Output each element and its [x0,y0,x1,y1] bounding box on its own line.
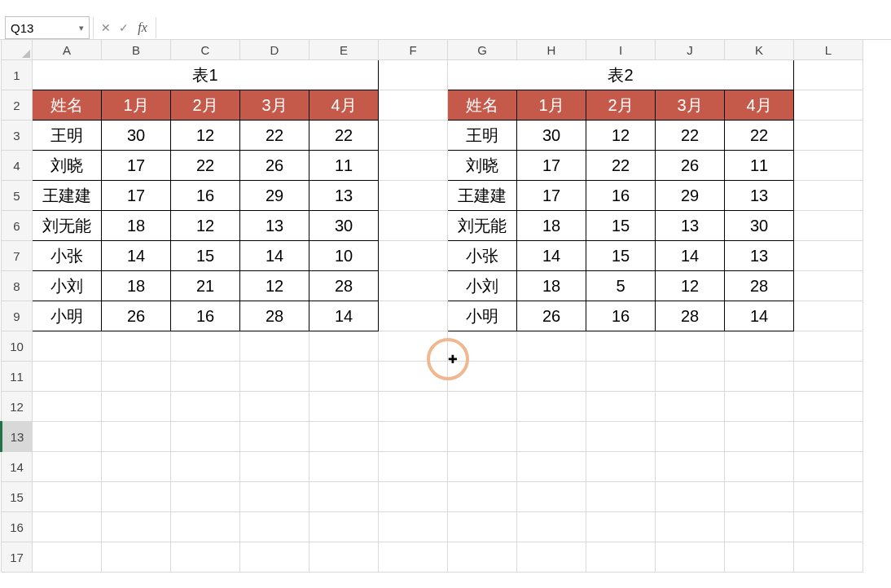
row-header-5[interactable]: 5 [2,181,33,211]
cell-L7[interactable] [794,241,863,271]
column-header-H[interactable]: H [517,40,586,60]
formula-input[interactable] [160,17,891,38]
name-box[interactable]: Q13 ▾ [5,16,90,39]
table2-header-3[interactable]: 3月 [656,90,725,121]
chevron-down-icon[interactable]: ▾ [79,23,84,33]
cell-B15[interactable] [102,482,171,512]
cell-E12[interactable] [309,392,379,422]
column-header-C[interactable]: C [171,40,240,60]
table2-cell-r4-c0[interactable]: 小张 [448,241,517,271]
cell-F2[interactable] [379,90,448,121]
table2-cell-r0-c2[interactable]: 12 [586,121,656,151]
table2-cell-r1-c3[interactable]: 26 [656,151,725,181]
row-header-14[interactable]: 14 [2,452,33,482]
table2-cell-r6-c3[interactable]: 28 [656,301,725,331]
table1-header-0[interactable]: 姓名 [33,90,102,121]
table1-cell-r4-c0[interactable]: 小张 [33,241,102,271]
table1-cell-r2-c0[interactable]: 王建建 [33,181,102,211]
table2-cell-r2-c4[interactable]: 13 [725,181,794,211]
cell-H17[interactable] [517,542,586,573]
cell-L4[interactable] [794,151,863,181]
column-header-B[interactable]: B [102,40,171,60]
cell-K14[interactable] [725,452,794,482]
column-header-I[interactable]: I [586,40,656,60]
table2-cell-r3-c3[interactable]: 13 [656,211,725,241]
row-header-3[interactable]: 3 [2,121,33,151]
cell-A17[interactable] [33,542,102,573]
cell-L6[interactable] [794,211,863,241]
cell-I13[interactable] [586,422,656,452]
cell-I11[interactable] [586,362,656,392]
cell-A10[interactable] [33,331,102,362]
cell-I10[interactable] [586,331,656,362]
table1-cell-r5-c2[interactable]: 21 [171,271,240,301]
cell-L11[interactable] [794,362,863,392]
table1-cell-r6-c4[interactable]: 14 [309,301,379,331]
cell-I14[interactable] [586,452,656,482]
cell-L5[interactable] [794,181,863,211]
cell-D12[interactable] [240,392,309,422]
fx-icon[interactable]: fx [133,20,152,35]
cell-I17[interactable] [586,542,656,573]
cell-F17[interactable] [379,542,448,573]
table1-cell-r5-c4[interactable]: 28 [309,271,379,301]
cell-F6[interactable] [379,211,448,241]
cell-L10[interactable] [794,331,863,362]
table2-cell-r5-c1[interactable]: 18 [517,271,586,301]
row-header-13[interactable]: 13 [2,422,33,452]
table1-cell-r2-c2[interactable]: 16 [171,181,240,211]
row-header-17[interactable]: 17 [2,542,33,573]
table2-header-0[interactable]: 姓名 [448,90,517,121]
cell-K16[interactable] [725,512,794,542]
table1-cell-r4-c3[interactable]: 14 [240,241,309,271]
cell-E16[interactable] [309,512,379,542]
table1-cell-r1-c3[interactable]: 26 [240,151,309,181]
cell-F3[interactable] [379,121,448,151]
table1-header-3[interactable]: 3月 [240,90,309,121]
cell-A14[interactable] [33,452,102,482]
cell-D10[interactable] [240,331,309,362]
column-header-F[interactable]: F [379,40,448,60]
table2-cell-r3-c1[interactable]: 18 [517,211,586,241]
column-header-K[interactable]: K [725,40,794,60]
table2-cell-r5-c3[interactable]: 12 [656,271,725,301]
column-header-J[interactable]: J [656,40,725,60]
cell-J12[interactable] [656,392,725,422]
cell-F8[interactable] [379,271,448,301]
table2-cell-r3-c4[interactable]: 30 [725,211,794,241]
cell-H10[interactable] [517,331,586,362]
cell-B12[interactable] [102,392,171,422]
table2-cell-r3-c0[interactable]: 刘无能 [448,211,517,241]
table2-cell-r1-c0[interactable]: 刘晓 [448,151,517,181]
cell-B10[interactable] [102,331,171,362]
cell-L3[interactable] [794,121,863,151]
cell-J13[interactable] [656,422,725,452]
table2-cell-r5-c4[interactable]: 28 [725,271,794,301]
cell-D16[interactable] [240,512,309,542]
cell-L8[interactable] [794,271,863,301]
table2-cell-r6-c0[interactable]: 小明 [448,301,517,331]
row-header-4[interactable]: 4 [2,151,33,181]
cell-G12[interactable] [448,392,517,422]
table1-cell-r0-c3[interactable]: 22 [240,121,309,151]
cell-J14[interactable] [656,452,725,482]
row-header-12[interactable]: 12 [2,392,33,422]
table2-cell-r0-c4[interactable]: 22 [725,121,794,151]
cell-C13[interactable] [171,422,240,452]
table2-cell-r6-c2[interactable]: 16 [586,301,656,331]
table1-cell-r1-c0[interactable]: 刘晓 [33,151,102,181]
cell-F10[interactable] [379,331,448,362]
table2-cell-r2-c1[interactable]: 17 [517,181,586,211]
table1-cell-r3-c2[interactable]: 12 [171,211,240,241]
cell-G11[interactable] [448,362,517,392]
table1-cell-r5-c0[interactable]: 小刘 [33,271,102,301]
table1-cell-r2-c4[interactable]: 13 [309,181,379,211]
table2-cell-r0-c1[interactable]: 30 [517,121,586,151]
table1-cell-r4-c1[interactable]: 14 [102,241,171,271]
table1-cell-r6-c3[interactable]: 28 [240,301,309,331]
table2-cell-r1-c2[interactable]: 22 [586,151,656,181]
cell-A16[interactable] [33,512,102,542]
cell-D14[interactable] [240,452,309,482]
table1-cell-r2-c3[interactable]: 29 [240,181,309,211]
row-header-15[interactable]: 15 [2,482,33,512]
